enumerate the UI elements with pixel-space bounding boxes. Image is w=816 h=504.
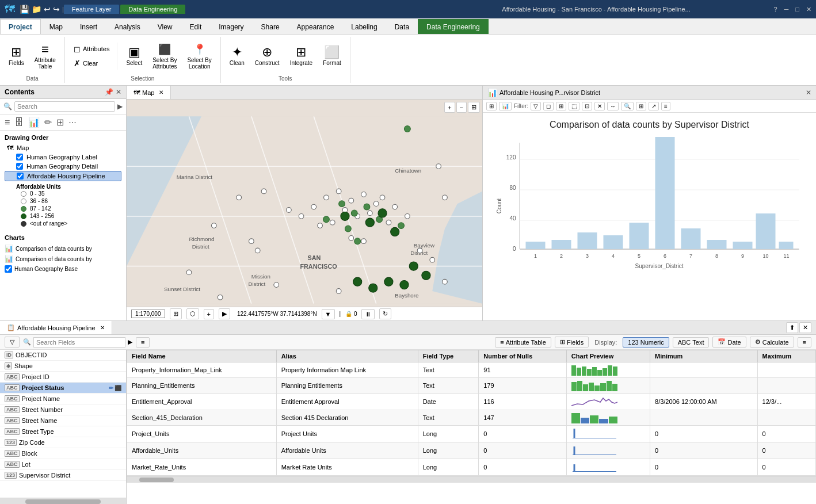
- select-by-attributes-button[interactable]: ⬛ Select ByAttributes: [148, 40, 181, 72]
- field-block[interactable]: ABC Block: [0, 448, 126, 459]
- chart-tb-9[interactable]: ↗: [649, 102, 659, 110]
- map-next-btn[interactable]: ▶: [219, 308, 230, 319]
- attr-table-btn[interactable]: ≡ Attribute Table: [495, 337, 551, 348]
- map-pan-btn[interactable]: +: [204, 309, 214, 319]
- chart-tb-5[interactable]: ✕: [594, 102, 605, 110]
- map-scale[interactable]: 1:170,000: [131, 310, 165, 318]
- th-chart-preview[interactable]: Chart Preview: [566, 350, 650, 362]
- chart-tb-2[interactable]: ⊞: [556, 102, 566, 110]
- ribbon-tab-insert[interactable]: Insert: [71, 19, 106, 34]
- de-restore-btn[interactable]: ⬆: [786, 322, 798, 333]
- chart-tb-4[interactable]: ⊡: [582, 102, 592, 110]
- pause-btn[interactable]: ⏸: [361, 309, 375, 319]
- map-container[interactable]: Marina District Chinatown Richmond Distr…: [127, 100, 482, 320]
- close-chart-panel-btn[interactable]: ✕: [806, 89, 811, 97]
- layer-affordable-housing[interactable]: Affordable Housing Pipeline: [5, 171, 121, 181]
- refresh-btn[interactable]: ↻: [379, 308, 391, 319]
- chart-tb-3[interactable]: ⬚: [569, 102, 579, 110]
- layer-checkbox-ahp[interactable]: [17, 173, 24, 180]
- th-maximum[interactable]: Maximum: [757, 350, 815, 362]
- chart-item-0[interactable]: 📊 Comparison of data counts by: [5, 243, 121, 254]
- field-street-name[interactable]: ABC Street Name: [0, 415, 126, 426]
- field-edit-icon[interactable]: ✏: [109, 385, 113, 391]
- th-field-name[interactable]: Field Name: [127, 350, 277, 362]
- date-btn[interactable]: 📅 Date: [712, 337, 746, 348]
- search-fields-input[interactable]: [33, 337, 125, 348]
- contents-search-input[interactable]: [14, 101, 115, 112]
- chart-view-btn[interactable]: 📊: [28, 117, 40, 128]
- chart-item-1[interactable]: 📊 Comparison of data counts by: [5, 254, 121, 264]
- ribbon-tab-share[interactable]: Share: [253, 19, 288, 34]
- zoom-out-btn[interactable]: −: [456, 102, 467, 113]
- coord-dropdown-btn[interactable]: ▼: [322, 309, 335, 319]
- clean-button[interactable]: ✦ Clean: [226, 43, 249, 69]
- field-project-id[interactable]: ABC Project ID: [0, 372, 126, 383]
- pin-button[interactable]: 📌: [105, 88, 113, 96]
- data-table-area[interactable]: Field Name Alias Field Type Number of Nu…: [127, 350, 816, 504]
- th-field-type[interactable]: Field Type: [418, 350, 479, 362]
- layer-checkbox-hgl[interactable]: [16, 154, 23, 161]
- ribbon-tab-map[interactable]: Map: [41, 19, 71, 34]
- layer-human-geo-detail[interactable]: Human Geography Detail: [5, 162, 121, 171]
- map-tab[interactable]: 🗺 Map ✕: [127, 86, 171, 99]
- undo-btn[interactable]: ↩: [44, 5, 51, 14]
- fields-btn[interactable]: ⊞ Fields: [555, 337, 589, 348]
- db-view-btn[interactable]: 🗄: [14, 117, 24, 128]
- ribbon-tab-data-engineering[interactable]: Data Engineering: [418, 19, 489, 34]
- construct-button[interactable]: ⊕ Construct: [251, 43, 284, 69]
- de-menu-btn[interactable]: ≡: [136, 337, 150, 348]
- ribbon-tab-edit[interactable]: Edit: [181, 19, 211, 34]
- fields-scroll[interactable]: ID OBJECTID ◈ Shape ABC Project ID ABC P…: [0, 350, 126, 498]
- edit-view-btn[interactable]: ✏: [44, 117, 52, 128]
- select-by-location-button[interactable]: 📍 Select ByLocation: [183, 40, 215, 72]
- format-button[interactable]: ⬜ Format: [319, 43, 345, 69]
- chart-tb-0[interactable]: ⊞: [486, 102, 497, 110]
- table-hscroll[interactable]: [127, 476, 816, 483]
- open-btn[interactable]: 📁: [32, 5, 41, 14]
- ribbon-tab-analysis[interactable]: Analysis: [106, 19, 149, 34]
- layer-map[interactable]: 🗺 Map: [5, 143, 121, 152]
- th-alias[interactable]: Alias: [276, 350, 418, 362]
- field-project-status[interactable]: ABC Project Status ✏ ⬛: [0, 383, 126, 394]
- feature-layer-tab[interactable]: Feature Layer: [64, 5, 119, 14]
- close-map-tab-btn[interactable]: ✕: [159, 89, 163, 96]
- layer-human-geo-label[interactable]: Human Geography Label: [5, 152, 121, 162]
- field-shape[interactable]: ◈ Shape: [0, 361, 126, 372]
- filter-fields-btn[interactable]: ▽: [5, 337, 20, 348]
- chart-tb-1[interactable]: 📊: [499, 102, 512, 110]
- more-btn[interactable]: ···: [68, 117, 76, 128]
- attributes-button[interactable]: ◻ Attributes: [70, 43, 113, 55]
- th-minimum[interactable]: Minimum: [650, 350, 758, 362]
- numeric-btn[interactable]: 123 Numeric: [623, 337, 669, 348]
- chart-filter-0[interactable]: ▽: [531, 102, 541, 110]
- hgb-checkbox[interactable]: [5, 265, 12, 273]
- search-fields-go[interactable]: ▶: [128, 338, 132, 346]
- field-view-icon[interactable]: ⬛: [115, 385, 121, 391]
- close-de-tab-btn[interactable]: ✕: [100, 324, 105, 331]
- fields-hscroll[interactable]: [0, 498, 126, 504]
- ribbon-tab-project[interactable]: Project: [0, 19, 41, 34]
- field-street-type[interactable]: ABC Street Type: [0, 426, 126, 437]
- chart-item-hgb[interactable]: Human Geography Base: [5, 264, 121, 274]
- field-supervisor-district[interactable]: 123 Supervisor District: [0, 470, 126, 481]
- layer-view-btn[interactable]: ≡: [5, 117, 10, 128]
- field-objectid[interactable]: ID OBJECTID: [0, 350, 126, 361]
- integrate-button[interactable]: ⊞ Integrate: [286, 43, 317, 69]
- fields-button[interactable]: ⊞ Fields: [5, 43, 28, 69]
- th-nulls[interactable]: Number of Nulls: [479, 350, 567, 362]
- chart-tb-7[interactable]: 🔍: [621, 102, 634, 110]
- full-extent-btn[interactable]: ⊞: [468, 102, 480, 113]
- ribbon-tab-appearance[interactable]: Appearance: [288, 19, 343, 34]
- map-nav-btn[interactable]: ⬡: [186, 308, 199, 319]
- de-options-btn[interactable]: ≡: [798, 337, 811, 348]
- ribbon-tab-view[interactable]: View: [149, 19, 181, 34]
- field-lot[interactable]: ABC Lot: [0, 459, 126, 470]
- chart-filter-1[interactable]: ◻: [543, 102, 554, 110]
- close-contents-button[interactable]: ✕: [116, 88, 121, 96]
- grid-view-btn[interactable]: ⊞: [56, 117, 64, 128]
- chart-menu-btn[interactable]: ≡: [661, 102, 670, 110]
- layer-checkbox-hgd[interactable]: [16, 163, 23, 170]
- redo-btn[interactable]: ↪: [53, 5, 60, 14]
- field-project-name[interactable]: ABC Project Name: [0, 394, 126, 404]
- ribbon-tab-imagery[interactable]: Imagery: [210, 19, 252, 34]
